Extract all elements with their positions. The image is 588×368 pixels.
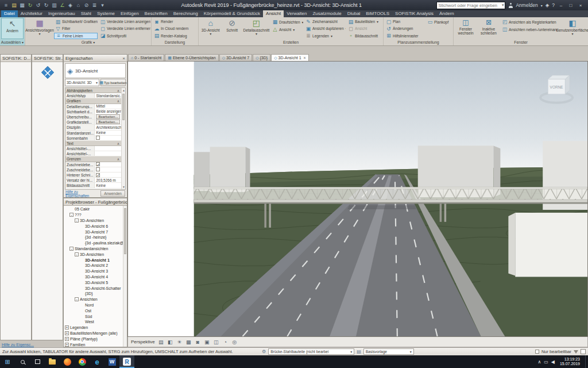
edit-type-button[interactable]: ▦ Typ bearbeiten bbox=[100, 79, 126, 86]
task-view-button[interactable] bbox=[30, 355, 45, 368]
minimize-button[interactable]: – bbox=[558, 3, 564, 8]
tree-item[interactable]: 3D-Ansicht 7 bbox=[64, 229, 123, 235]
close-icon[interactable]: × bbox=[30, 56, 31, 61]
sofistik-panel1-header[interactable]: SOFiSTiK: D... × bbox=[1, 55, 31, 62]
scope-box-button[interactable]: ▫Bildausschnitt bbox=[347, 33, 382, 39]
viewcube-front-label[interactable]: VORNE bbox=[550, 85, 564, 89]
tab-aendern[interactable]: Ändern bbox=[436, 10, 457, 17]
tab-einfuegen[interactable]: Einfügen bbox=[118, 10, 142, 17]
edge-button[interactable]: e bbox=[90, 355, 105, 368]
group-label-auswaehlen[interactable]: Auswählen bbox=[0, 40, 25, 45]
tab-sofistik-analysis[interactable]: SOFiSTiK Analysis bbox=[392, 10, 436, 17]
tab-architektur[interactable]: Architektur bbox=[18, 10, 45, 17]
property-section[interactable]: Text bbox=[65, 141, 121, 146]
title-block-button[interactable]: ▭Plankopf bbox=[426, 18, 451, 25]
tab-views-button[interactable]: ◰Ansichten als Registerkarten bbox=[501, 18, 557, 25]
editable-only-checkbox[interactable] bbox=[535, 350, 539, 354]
help-button[interactable]: ? bbox=[552, 2, 555, 8]
print-icon[interactable]: ▥ bbox=[51, 1, 58, 9]
taskbar-search-button[interactable] bbox=[15, 355, 30, 368]
close-button[interactable]: × bbox=[577, 3, 584, 8]
scroll-down-icon[interactable]: ▼ bbox=[122, 185, 126, 189]
close-icon[interactable]: × bbox=[122, 56, 125, 61]
perspective-label[interactable]: Perspektive bbox=[131, 339, 155, 344]
workset-dropdown[interactable]: Brücke-Stahlbauteile (nicht bearbei▾ bbox=[268, 348, 354, 355]
tree-item[interactable]: Nord bbox=[64, 302, 123, 308]
guide-grid-button[interactable]: ⊞Hilfslinienraster bbox=[385, 33, 425, 39]
tag-icon[interactable]: ◈ bbox=[67, 1, 74, 9]
group-label-fenster[interactable]: Fenster bbox=[454, 40, 588, 45]
crop-view-checkbox[interactable] bbox=[96, 162, 100, 166]
tab-zusatzmodule[interactable]: Zusatzmodule bbox=[310, 10, 344, 17]
render-in-cloud-button[interactable]: ☁In Cloud rendern bbox=[153, 25, 196, 32]
edit-graphics-button[interactable]: Bearbeiten... bbox=[96, 120, 120, 124]
tree-item[interactable]: 3D-Ansicht 4 bbox=[64, 274, 123, 280]
apply-button[interactable]: Anwenden bbox=[100, 190, 125, 197]
app-menu-icon[interactable]: ≡ bbox=[2, 1, 10, 9]
tree-item[interactable]: Ost bbox=[64, 308, 123, 313]
tree-item[interactable]: 3D-Ansicht 2 bbox=[64, 263, 123, 269]
temporary-hide-icon[interactable]: ◔ bbox=[222, 339, 229, 345]
tree-item[interactable]: Süd bbox=[64, 313, 123, 319]
callout-button[interactable]: ◰ Detailausschnitt bbox=[243, 18, 270, 39]
tree-item[interactable]: +Pläne (Plantyp) bbox=[64, 336, 123, 342]
sheet-button[interactable]: ▢Plan bbox=[385, 18, 425, 25]
tree-item[interactable]: -Standardansichten bbox=[64, 246, 123, 252]
taskbar-clock[interactable]: 13:19:23 15.07.2019 bbox=[558, 357, 582, 367]
firefox-button[interactable] bbox=[60, 355, 75, 368]
section-collapse-icon[interactable] bbox=[115, 156, 121, 161]
tab-ansicht[interactable]: Ansicht bbox=[263, 10, 284, 17]
show-hidden-lines-button[interactable]: ◫Verdeckte Linien anzeigen bbox=[99, 18, 150, 25]
property-section[interactable]: Grenzen bbox=[65, 156, 121, 162]
view-tab-3d-ansicht-7[interactable]: ◇3D-Ansicht 7 bbox=[219, 54, 252, 61]
design-option-dropdown[interactable]: Basisvorlage▾ bbox=[363, 348, 414, 355]
tree-item[interactable]: +Legenden bbox=[64, 325, 123, 331]
browser-scrollbar[interactable] bbox=[123, 206, 127, 347]
tree-expander[interactable]: - bbox=[75, 252, 79, 256]
drafting-view-button[interactable]: ✎Zeichenansicht bbox=[304, 18, 346, 25]
tree-item[interactable]: 05 Cakir bbox=[64, 206, 123, 212]
user-interface-button[interactable]: ◧ Benutzeroberfläche bbox=[558, 18, 587, 39]
tree-expander[interactable]: - bbox=[69, 213, 74, 217]
crop-visibility-icon[interactable]: ◫ bbox=[213, 339, 219, 345]
tab-stahl[interactable]: Stahl bbox=[78, 10, 94, 17]
tab-berechnung[interactable]: Berechnung bbox=[171, 10, 201, 17]
tree-expander[interactable]: + bbox=[65, 337, 69, 341]
revisions-button[interactable]: ↺Änderungen bbox=[385, 25, 425, 32]
schedules-button[interactable]: ▤Bauteillisten bbox=[347, 18, 382, 25]
view-tab-uebersichtsplan[interactable]: ▦Ebene 0-Übersichtsplan bbox=[165, 54, 218, 61]
show-desktop-button[interactable] bbox=[585, 355, 588, 368]
thin-lines-button[interactable]: ≡Feine Linien bbox=[54, 33, 98, 39]
word-button[interactable]: W bbox=[105, 355, 119, 368]
switch-windows-button[interactable]: ◫ Fenster wechseln bbox=[455, 18, 477, 39]
legends-button[interactable]: ≣Legenden bbox=[304, 33, 346, 39]
sofistik-logo-icon[interactable] bbox=[41, 66, 53, 79]
section-collapse-icon[interactable] bbox=[115, 88, 121, 93]
group-label-erstellen[interactable]: Erstellen bbox=[199, 40, 383, 45]
property-section[interactable]: Grafiken bbox=[65, 98, 121, 103]
edit-overrides-button[interactable]: Bearbeiten... bbox=[96, 114, 120, 119]
tab-beschriften[interactable]: Beschriften bbox=[142, 10, 171, 17]
qat-customize-icon[interactable]: ▾ bbox=[99, 1, 106, 9]
shadows-icon[interactable]: ▩ bbox=[185, 339, 192, 345]
tree-expander[interactable]: + bbox=[65, 331, 69, 335]
tab-ingenieurbau[interactable]: Ingenieurbau bbox=[45, 10, 78, 17]
tree-item-active-view[interactable]: 3D-Ansicht 1 bbox=[64, 257, 123, 263]
tray-volume-icon[interactable]: ◀ bbox=[551, 359, 555, 365]
far-clip-checkbox[interactable] bbox=[96, 173, 100, 177]
cut-profile-button[interactable]: ◪Schnittprofil bbox=[99, 33, 150, 39]
selection-filter-icon[interactable] bbox=[574, 350, 578, 354]
tree-item[interactable]: 3D-Ansicht 5 bbox=[64, 279, 123, 285]
view-templates-button[interactable]: ▦ Ansichtsvorlagen bbox=[26, 18, 53, 39]
scrollbar-thumb[interactable] bbox=[122, 94, 125, 120]
plan-views-button[interactable]: ▦Draufsichten bbox=[271, 18, 303, 25]
project-browser-header[interactable]: Projektbrowser - Fußgängerbrücke... × bbox=[64, 198, 127, 206]
type-selector[interactable]: ◈ 3D-Ansicht bbox=[65, 63, 126, 78]
signin-caret-icon[interactable]: ▾ bbox=[541, 3, 543, 7]
sofistik-panel2-header[interactable]: SOFiSTiK: Str... × bbox=[32, 55, 63, 62]
view-tab-startansicht[interactable]: ⌂0 - Startansicht bbox=[128, 54, 164, 61]
tree-item[interactable]: -3D-Ansichten bbox=[64, 251, 123, 257]
crop-visible-checkbox[interactable] bbox=[96, 167, 100, 171]
redo-icon[interactable]: ↻ bbox=[42, 1, 50, 9]
selection-count-box[interactable] bbox=[581, 349, 586, 354]
